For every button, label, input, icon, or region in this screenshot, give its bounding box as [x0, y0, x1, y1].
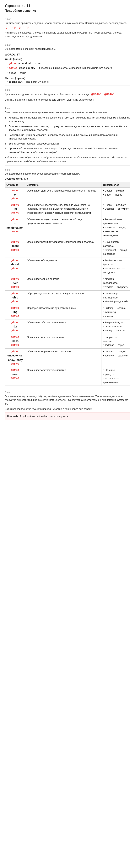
example-optimist: Optimist — оптимист [103, 207, 129, 211]
suffix-ity: -ity [6, 324, 24, 329]
example-television: television — телевидение [103, 229, 129, 238]
suffix-dom: -dom [6, 281, 24, 285]
gdz-wm-dom-bot[interactable]: gdz.top [6, 285, 24, 289]
gdz-watermark-w2[interactable]: gdz.top [9, 67, 17, 69]
section-title: Подробное решение [5, 9, 130, 12]
example-responsibility: Responsibility — ответственность [103, 320, 129, 329]
example-sadness: sadness — грусть [103, 343, 129, 347]
gdz-watermark-w1[interactable]: gdz.top [9, 62, 17, 65]
words-category: Words (слова) [5, 58, 130, 61]
gdz-wm-ness-top[interactable]: gdz.top [6, 335, 24, 339]
col-meaning: Значение [25, 182, 102, 187]
gdz-wm-ance-bot[interactable]: gdz.top [6, 362, 24, 366]
suffix-ment: -ment [6, 244, 24, 248]
step-1-label: 1 шаг [5, 18, 130, 21]
gdz-wm-ship-top[interactable]: gdz.top [6, 292, 24, 296]
step-5-label: 5 шаг [5, 168, 130, 171]
gdz-wm-ion-bot[interactable]: gdz.top [6, 230, 24, 234]
gdz-wm-ment-bot[interactable]: gdz.top [6, 248, 24, 252]
step-4-label: 4 шаг [5, 107, 130, 110]
example-station: station — станция; [103, 226, 129, 230]
gdz-wm-ion-top[interactable]: gdz.top [6, 218, 24, 221]
word-item-1: gdz.top a hundred — сотня [7, 61, 130, 65]
step-4-desc: Ознакомимся с правилами-подсказками по в… [5, 111, 130, 114]
suffix-row-ion: gdz.top -ion/tion/ation gdz.top Обознача… [5, 216, 130, 239]
suffix-row-ing: gdz.top -ing gdz.top Образует отглагольн… [5, 305, 130, 319]
suffix-hood: -hood [6, 262, 24, 267]
gdz-wm-ist-bot[interactable]: gdz.top [6, 211, 24, 215]
phrases-category: Phrases (фразы) [5, 77, 130, 80]
example-wisdom: wisdom — мудрость [103, 285, 129, 289]
step-5-desc: Ознакомимся с правилами словообразования… [5, 172, 130, 176]
example-presentation: Presentation — презентация; [103, 218, 129, 226]
gdz-watermark-3a[interactable]: gdz.top [91, 92, 102, 96]
rule-2: 2 Если ты понимаешь смысл текста, то сра… [5, 124, 130, 132]
step-3-example: Сотни ... приняли участие в гонке через … [5, 98, 130, 102]
example-development: Development — развитие; [103, 240, 129, 248]
gdz-wm-ure-top[interactable]: gdz.top [6, 368, 24, 372]
gdz-wm-ing-bot[interactable]: gdz.top [6, 314, 24, 318]
step-6-desc: Вспомним форму слова (cyclist) тех, чтоб… [5, 394, 130, 406]
step-6-label: 6 шаг [5, 391, 130, 394]
example-structure: Structure — структура; [103, 368, 129, 376]
example-activity: activity — занятие [103, 329, 129, 333]
gdz-wm-ity-top[interactable]: gdz.top [6, 320, 24, 324]
step-2-label: 2 шаг [5, 43, 130, 46]
col-examples: Пример слов [102, 182, 130, 187]
word-item-2: gdz.top cross-country — пересекающий всю… [7, 66, 130, 70]
gdz-wm-hood-top[interactable]: gdz.top [6, 258, 24, 262]
example-happiness: Happiness — счастье; [103, 335, 129, 343]
gdz-watermark-1b[interactable]: gdz.top [19, 25, 29, 29]
example-building: Building — здание; [103, 306, 129, 310]
example-doctor: Doctor — доктор; [103, 189, 129, 193]
step-2-desc: Ознакомимся со списком полезной лексики. [5, 47, 130, 51]
final-answer: Hundreds of cyclists took part in the cr… [5, 412, 130, 420]
example-vacancy: vacancy — вакансия [103, 354, 129, 358]
suffix-row-hood: gdz.top -hood gdz.top Обозначает объедин… [5, 257, 130, 276]
gdz-watermark-3b[interactable]: gdz.top [104, 92, 114, 96]
suffix-or: -or [6, 192, 24, 197]
gdz-watermark-1a[interactable]: gdz.top [6, 25, 16, 29]
suffix-row-ness: gdz.top -ness gdz.top Обозначает абстрак… [5, 334, 130, 348]
suffix-ing: -ing [6, 310, 24, 314]
rule-3: 3 Посмотри, не нужно ли добавить к новом… [5, 133, 130, 141]
suffix-ist: -ist [6, 207, 24, 211]
gdz-wm-or-top[interactable]: gdz.top [6, 189, 24, 192]
exercise-title: Упражнение 11 [5, 4, 130, 8]
example-neighbourhood: neighbourhood — соседство [103, 267, 129, 275]
word-item-3: a race — гонка [7, 71, 130, 75]
rule-1: 1 Убедись, что понимаешь значение всех с… [5, 116, 130, 123]
suffix-row-ment: gdz.top -ment gdz.top Обозначает результ… [5, 239, 130, 257]
answer-text: Hundreds of cyclists took part in the cr… [7, 415, 69, 418]
gdz-wm-ance-top[interactable]: gdz.top [6, 350, 24, 353]
gdz-wm-ity-bot[interactable]: gdz.top [6, 329, 24, 332]
gdz-wm-or-bot[interactable]: gdz.top [6, 197, 24, 200]
rule-4: 4 Воспользуйся таблицей словообразования… [5, 142, 130, 146]
phrase-item-1: to take part — принимать участие [7, 80, 130, 83]
example-kingdom: Kingdom — королевство; [103, 277, 129, 285]
gdz-wm-dom-top[interactable]: gdz.top [6, 277, 24, 281]
suffix-row-dom: gdz.top -dom gdz.top Обозначает общее по… [5, 276, 130, 290]
example-retirement: retirement — выход на пенсию [103, 248, 129, 256]
suffix-row-ist: gdz.top -ist gdz.top Обозначает существи… [5, 202, 130, 216]
gdz-wm-ship-bot[interactable]: gdz.top [6, 300, 24, 303]
wordlist-title: WORDLIST [5, 53, 130, 56]
col-suffix: Суффикс [5, 182, 25, 187]
gdz-wm-ing-top[interactable]: gdz.top [6, 306, 24, 310]
suffix-ship: -ship [6, 296, 24, 300]
suffix-row-ship: gdz.top -ship gdz.top Образует существит… [5, 290, 130, 305]
gdz-wm-ness-bot[interactable]: gdz.top [6, 343, 24, 347]
example-realist: Realist — реалист [103, 203, 129, 207]
suffix-table: Суффикс Значение Пример слов gdz.top -or… [5, 182, 130, 386]
step-1-desc: Внимательно прочитаем задание, чтобы пон… [5, 21, 130, 29]
suffix-row-or: gdz.top -or gdz.top Обозначает деятелей,… [5, 187, 130, 202]
gdz-wm-ist-top[interactable]: gdz.top [6, 203, 24, 207]
example-partnership: Partnership — партнёрство; [103, 292, 129, 300]
example-friendship: friendship — дружба [103, 300, 129, 304]
gdz-wm-hood-bot[interactable]: gdz.top [6, 267, 24, 270]
step-3-desc: Прочитаем предложение, при необходимости… [5, 92, 130, 96]
step-3-label: 3 шаг [5, 88, 130, 91]
gdz-wm-ure-bot[interactable]: gdz.top [6, 376, 24, 380]
suffix-row-ure: gdz.top -ure gdz.top Обозначает абстракт… [5, 367, 130, 385]
gdz-wm-ment-top[interactable]: gdz.top [6, 240, 24, 244]
